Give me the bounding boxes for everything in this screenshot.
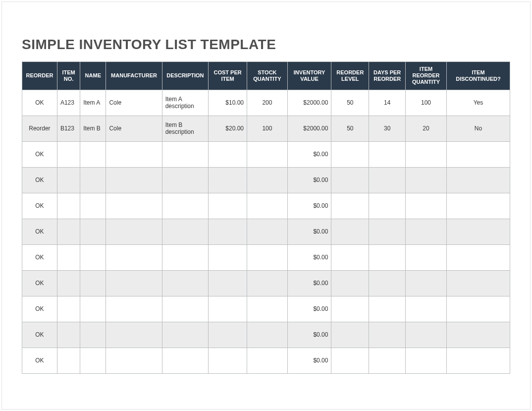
- cell-inventory-value: $0.00: [287, 322, 331, 348]
- cell-days-per-reorder: [369, 244, 406, 270]
- cell-item-reorder-quantity: [406, 141, 447, 167]
- cell-item-no: [57, 193, 80, 219]
- cell-item-discontinued: [446, 219, 510, 244]
- cell-reorder-level: [331, 193, 369, 219]
- header-reorder-level: REORDER LEVEL: [331, 62, 369, 90]
- cell-manufacturer: [106, 270, 162, 296]
- cell-manufacturer: [106, 167, 162, 193]
- cell-reorder-level: [331, 219, 369, 244]
- cell-item-discontinued: Yes: [446, 90, 510, 116]
- cell-name: [80, 322, 106, 348]
- table-row: OK$0.00: [22, 322, 510, 348]
- cell-name: Item B: [80, 116, 106, 141]
- cell-item-reorder-quantity: [406, 322, 447, 348]
- cell-manufacturer: [106, 322, 162, 348]
- cell-stock-quantity: 200: [247, 90, 288, 116]
- cell-item-reorder-quantity: [406, 167, 447, 193]
- cell-name: [80, 167, 106, 193]
- cell-reorder-level: [331, 167, 369, 193]
- cell-cost-per-item: [209, 244, 247, 270]
- header-reorder: REORDER: [22, 62, 57, 90]
- cell-stock-quantity: [247, 219, 288, 244]
- cell-reorder-level: 50: [331, 116, 369, 141]
- cell-description: [162, 167, 209, 193]
- cell-manufacturer: Cole: [106, 116, 162, 141]
- cell-item-no: B123: [57, 116, 80, 141]
- cell-inventory-value: $0.00: [287, 270, 331, 296]
- cell-reorder: OK: [22, 322, 57, 348]
- cell-stock-quantity: [247, 296, 288, 322]
- cell-reorder-level: [331, 322, 369, 348]
- cell-reorder: OK: [22, 141, 57, 167]
- header-cost-per-item: COST PER ITEM: [209, 62, 247, 90]
- cell-stock-quantity: 100: [247, 116, 288, 141]
- cell-stock-quantity: [247, 270, 288, 296]
- cell-stock-quantity: [247, 322, 288, 348]
- cell-manufacturer: [106, 141, 162, 167]
- table-row: OK$0.00: [22, 193, 510, 219]
- cell-cost-per-item: $10.00: [209, 90, 247, 116]
- cell-item-no: [57, 348, 80, 373]
- cell-days-per-reorder: [369, 296, 406, 322]
- cell-name: [80, 296, 106, 322]
- cell-reorder: OK: [22, 270, 57, 296]
- cell-item-reorder-quantity: 100: [406, 90, 447, 116]
- cell-reorder-level: [331, 348, 369, 373]
- cell-manufacturer: [106, 193, 162, 219]
- cell-reorder: OK: [22, 296, 57, 322]
- cell-inventory-value: $0.00: [287, 348, 331, 373]
- table-row: OK$0.00: [22, 296, 510, 322]
- table-body: OKA123Item AColeItem A description$10.00…: [22, 90, 510, 373]
- table-row: OKA123Item AColeItem A description$10.00…: [22, 90, 510, 116]
- cell-item-discontinued: [446, 322, 510, 348]
- page: SIMPLE INVENTORY LIST TEMPLATE REORDER: [0, 0, 532, 411]
- cell-cost-per-item: [209, 348, 247, 373]
- cell-inventory-value: $0.00: [287, 141, 331, 167]
- cell-item-discontinued: [446, 141, 510, 167]
- cell-item-reorder-quantity: [406, 270, 447, 296]
- cell-item-discontinued: No: [446, 116, 510, 141]
- cell-days-per-reorder: [369, 348, 406, 373]
- cell-days-per-reorder: [369, 270, 406, 296]
- cell-item-discontinued: [446, 348, 510, 373]
- header-days-per-reorder: DAYS PER REORDER: [369, 62, 406, 90]
- cell-item-no: A123: [57, 90, 80, 116]
- cell-inventory-value: $0.00: [287, 244, 331, 270]
- cell-stock-quantity: [247, 193, 288, 219]
- cell-reorder-level: [331, 244, 369, 270]
- cell-description: [162, 296, 209, 322]
- table-row: OK$0.00: [22, 219, 510, 244]
- cell-inventory-value: $2000.00: [287, 116, 331, 141]
- cell-reorder: OK: [22, 219, 57, 244]
- cell-cost-per-item: [209, 270, 247, 296]
- cell-item-reorder-quantity: [406, 348, 447, 373]
- header-stock-quantity: STOCK QUANTITY: [247, 62, 288, 90]
- cell-name: [80, 270, 106, 296]
- cell-stock-quantity: [247, 141, 288, 167]
- cell-cost-per-item: [209, 193, 247, 219]
- cell-manufacturer: Cole: [106, 90, 162, 116]
- cell-name: [80, 219, 106, 244]
- cell-stock-quantity: [247, 348, 288, 373]
- cell-reorder-level: [331, 296, 369, 322]
- table-row: OK$0.00: [22, 141, 510, 167]
- table-row: OK$0.00: [22, 270, 510, 296]
- cell-cost-per-item: [209, 167, 247, 193]
- cell-manufacturer: [106, 219, 162, 244]
- cell-item-no: [57, 219, 80, 244]
- cell-name: Item A: [80, 90, 106, 116]
- cell-item-discontinued: [446, 296, 510, 322]
- cell-item-discontinued: [446, 244, 510, 270]
- cell-cost-per-item: [209, 219, 247, 244]
- cell-name: [80, 141, 106, 167]
- cell-reorder-level: [331, 270, 369, 296]
- cell-cost-per-item: [209, 141, 247, 167]
- cell-reorder: OK: [22, 193, 57, 219]
- document-frame: SIMPLE INVENTORY LIST TEMPLATE REORDER: [1, 1, 531, 410]
- cell-description: Item B description: [162, 116, 209, 141]
- cell-days-per-reorder: [369, 193, 406, 219]
- header-item-reorder-quantity: ITEM REORDER QUANTITY: [406, 62, 447, 90]
- table-header: REORDER ITEM NO. NAME MANUFACTURER DESCR…: [22, 62, 510, 90]
- page-title: SIMPLE INVENTORY LIST TEMPLATE: [22, 37, 510, 53]
- cell-manufacturer: [106, 348, 162, 373]
